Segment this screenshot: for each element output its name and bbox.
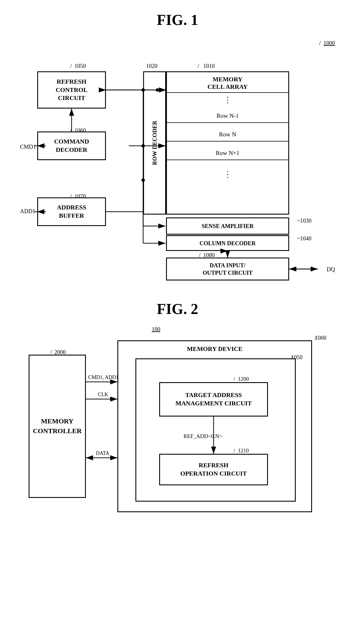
mem-dots-top: ⋮: [167, 95, 288, 105]
refresh-ctrl-block: REFRESHCONTROLCIRCUIT: [37, 71, 106, 109]
svg-text:CMD1, ADD1: CMD1, ADD1: [88, 374, 119, 380]
memory-ctrl-label: MEMORYCONTROLLER: [33, 417, 82, 436]
mem-row-n1: Row N-1: [167, 109, 288, 123]
memory-ctrl-block: MEMORYCONTROLLER: [29, 355, 86, 498]
svg-text:DATA: DATA: [96, 450, 109, 456]
target-addr-block: TARGET ADDRESSMANAGEMENT CIRCUIT: [159, 382, 268, 417]
ref-1000-tick: /: [319, 40, 321, 46]
mem-dots-bottom: ⋮: [167, 167, 288, 182]
ref-100: 100: [152, 326, 160, 333]
cmd-decoder-block: COMMANDDECODER: [37, 131, 106, 160]
memory-device-outer: MEMORY DEVICE 1050 / TARGET ADDRESSMANAG…: [117, 340, 312, 512]
ref-add-signal: REF_ADD<0:N>: [184, 433, 222, 439]
target-addr-label: TARGET ADDRESSMANAGEMENT CIRCUIT: [175, 391, 252, 407]
ref-1040: ~1040: [297, 235, 311, 242]
data-io-label: DATA INPUT/OUTPUT CIRCUIT: [203, 262, 253, 276]
memory-device-label: MEMORY DEVICE: [118, 345, 311, 353]
col-decoder-label: COLUMN DECODER: [200, 239, 256, 247]
row-decoder-block: ROW DECODER: [143, 71, 166, 215]
refresh-ctrl-label: REFRESHCONTROLCIRCUIT: [56, 78, 87, 102]
ref-2000: 2000: [54, 349, 66, 356]
fig2-diagram: 100 1000 / MEMORYCONTROLLER 2000 / MEMOR…: [20, 326, 335, 527]
ref-1000-fig1: 1000: [324, 40, 335, 46]
refresh-op-block: REFRESHOPERATION CIRCUIT: [159, 454, 268, 485]
refresh-op-label: REFRESHOPERATION CIRCUIT: [180, 461, 247, 478]
sense-amp-label: SENSE AMPLIFIER: [202, 222, 254, 230]
ref-1010: 1010: [203, 63, 215, 69]
fig1-diagram: 1000 / 1020 1010 / 1050 / 1060 / 1070 / …: [20, 37, 335, 283]
fig2-title: FIG. 2: [17, 301, 338, 317]
ref-1210-tick: /: [234, 447, 235, 454]
refresh-ctrl-outer: TARGET ADDRESSMANAGEMENT CIRCUIT 1200 / …: [135, 358, 296, 502]
ref-1210: 1210: [238, 447, 249, 454]
page: FIG. 1 1000 / 1020 1010 / 1050 / 1060 / …: [0, 0, 355, 538]
ref-1010-tick: /: [198, 63, 199, 69]
ref-1000-fig2: 1000: [315, 335, 326, 341]
ref-1200-tick: /: [234, 376, 235, 382]
dq-signal: DQ: [327, 266, 335, 273]
add1-signal: ADD1: [20, 208, 35, 215]
ref-1020: 1020: [146, 63, 157, 69]
cmd-decoder-label: COMMANDDECODER: [54, 138, 89, 154]
memory-cell-outer: MEMORYCELL ARRAY ⋮ Row N-1 Row N Row N+1…: [166, 71, 289, 215]
mem-row-n2: Row N+1: [167, 147, 288, 160]
svg-text:CLK: CLK: [98, 392, 108, 397]
mem-row-n: Row N: [167, 128, 288, 142]
mem-cell-title: MEMORYCELL ARRAY: [167, 72, 288, 93]
fig1-title: FIG. 1: [17, 11, 338, 28]
data-io-block: DATA INPUT/OUTPUT CIRCUIT: [166, 258, 289, 280]
ref-1030: ~1030: [297, 217, 311, 224]
ref-1000-fig2-tick: /: [315, 335, 316, 341]
row-decoder-label: ROW DECODER: [151, 121, 158, 165]
ref-2000-tick: /: [50, 349, 52, 356]
ref-1050: 1050: [74, 63, 86, 69]
cmd1-signal: CMD1: [20, 144, 36, 150]
sense-amp-block: SENSE AMPLIFIER: [166, 217, 289, 235]
col-decoder-block: COLUMN DECODER: [166, 235, 289, 251]
addr-buffer-label: ADDRESSBUFFER: [57, 203, 86, 220]
ref-1200: 1200: [238, 376, 249, 382]
ref-1050-tick: /: [70, 63, 72, 69]
addr-buffer-block: ADDRESSBUFFER: [37, 197, 106, 226]
